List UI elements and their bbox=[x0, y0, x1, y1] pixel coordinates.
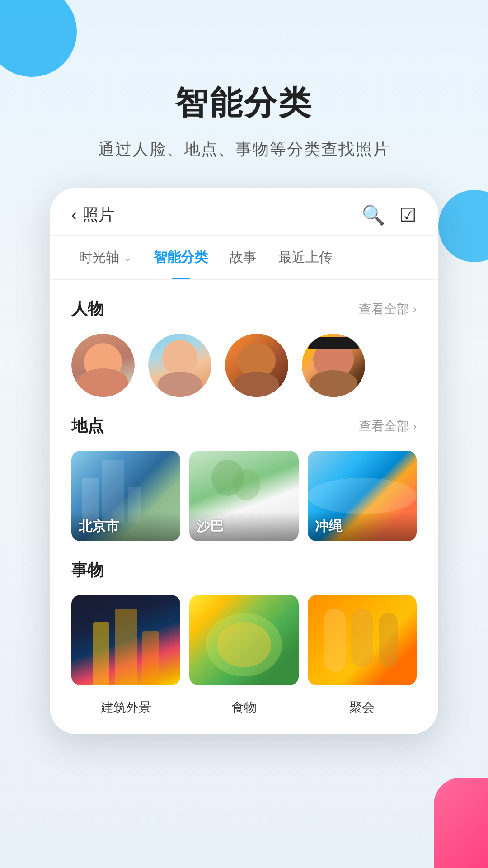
tab-recent-label: 最近上传 bbox=[278, 248, 333, 267]
back-navigation[interactable]: ‹ 照片 bbox=[71, 204, 115, 226]
tab-smart-label: 智能分类 bbox=[154, 248, 208, 267]
persons-row bbox=[71, 334, 417, 397]
app-header: ‹ 照片 🔍 ☑ bbox=[50, 188, 438, 236]
tab-timeline[interactable]: 时光轴 ⌄ bbox=[68, 236, 143, 279]
content-area: 人物 查看全部 › bbox=[50, 298, 438, 734]
thing-label-party: 聚会 bbox=[308, 694, 417, 716]
header-icons: 🔍 ☑ bbox=[361, 204, 417, 226]
search-icon[interactable]: 🔍 bbox=[361, 204, 385, 226]
location-card-okinawa[interactable]: 冲绳 bbox=[308, 451, 417, 541]
person-avatar-3[interactable] bbox=[225, 334, 288, 397]
thing-card-party[interactable] bbox=[308, 595, 417, 685]
phone-mockup: ‹ 照片 🔍 ☑ 时光轴 ⌄ 智能分类 故事 最近上传 人物 bbox=[50, 188, 438, 734]
decorative-blob-right bbox=[438, 190, 488, 262]
decorative-blob-bottom-right bbox=[434, 778, 488, 868]
locations-section-header: 地点 查看全部 › bbox=[71, 415, 417, 437]
tab-recent-upload[interactable]: 最近上传 bbox=[267, 236, 343, 279]
things-grid bbox=[71, 595, 417, 685]
thing-card-architecture[interactable] bbox=[71, 595, 180, 685]
locations-title: 地点 bbox=[71, 415, 104, 437]
person-avatar-4[interactable] bbox=[302, 334, 365, 397]
tab-timeline-label: 时光轴 bbox=[79, 248, 119, 267]
select-icon[interactable]: ☑ bbox=[399, 204, 417, 226]
thing-label-architecture: 建筑外景 bbox=[71, 694, 180, 716]
locations-view-all[interactable]: 查看全部 › bbox=[359, 418, 417, 435]
tab-bar: 时光轴 ⌄ 智能分类 故事 最近上传 bbox=[50, 236, 438, 280]
locations-view-all-label: 查看全部 bbox=[359, 418, 409, 435]
location-grid: 北京市 沙巴 冲绳 bbox=[71, 451, 417, 541]
header-section: 智能分类 通过人脸、地点、事物等分类查找照片 bbox=[0, 0, 488, 188]
thing-card-food[interactable] bbox=[189, 595, 298, 685]
chevron-right-icon: › bbox=[413, 420, 417, 433]
persons-view-all-label: 查看全部 bbox=[359, 301, 409, 318]
persons-section-header: 人物 查看全部 › bbox=[71, 298, 417, 320]
back-label: 照片 bbox=[82, 204, 115, 226]
things-section: 事物 bbox=[71, 559, 417, 716]
person-avatar-2[interactable] bbox=[148, 334, 211, 397]
chevron-right-icon: › bbox=[413, 303, 417, 316]
location-card-sabah[interactable]: 沙巴 bbox=[189, 451, 298, 541]
location-label-okinawa: 冲绳 bbox=[308, 512, 417, 541]
persons-section: 人物 查看全部 › bbox=[71, 298, 417, 397]
thing-label-food: 食物 bbox=[189, 694, 298, 716]
things-labels-row: 建筑外景 食物 聚会 bbox=[71, 694, 417, 716]
things-title: 事物 bbox=[71, 559, 104, 581]
persons-title: 人物 bbox=[71, 298, 104, 320]
page-subtitle: 通过人脸、地点、事物等分类查找照片 bbox=[0, 138, 488, 160]
location-card-beijing[interactable]: 北京市 bbox=[71, 451, 180, 541]
location-label-sabah: 沙巴 bbox=[189, 512, 298, 541]
location-label-beijing: 北京市 bbox=[71, 512, 180, 541]
persons-view-all[interactable]: 查看全部 › bbox=[359, 301, 417, 318]
person-avatar-1[interactable] bbox=[71, 334, 135, 397]
tab-story-label: 故事 bbox=[230, 248, 257, 267]
locations-section: 地点 查看全部 › 北京市 沙巴 bbox=[71, 415, 417, 541]
page-title: 智能分类 bbox=[0, 81, 488, 125]
chevron-down-icon: ⌄ bbox=[123, 251, 132, 264]
tab-smart-classify[interactable]: 智能分类 bbox=[143, 236, 219, 279]
back-icon: ‹ bbox=[71, 206, 77, 225]
things-section-header: 事物 bbox=[71, 559, 417, 581]
tab-story[interactable]: 故事 bbox=[219, 236, 267, 279]
